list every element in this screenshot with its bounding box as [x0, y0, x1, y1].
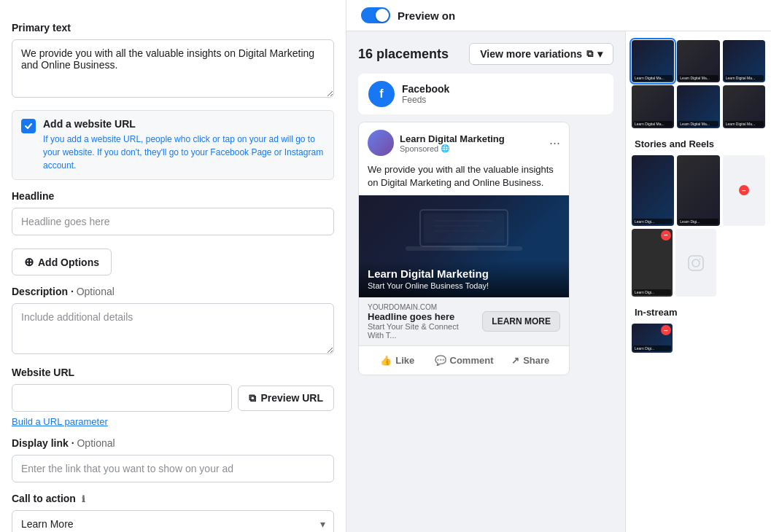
ad-image: Learn Digital Marketing Start Your Onlin… [359, 195, 569, 297]
headline-label: Headline [12, 190, 334, 202]
ad-page-avatar [368, 130, 394, 156]
website-url-label: Website URL [12, 367, 334, 378]
add-options-label: Add Options [38, 257, 99, 268]
like-label: Like [395, 355, 414, 366]
like-button[interactable]: 👍 Like [368, 351, 427, 370]
website-url-checkbox-row[interactable]: Add a website URL If you add a website U… [12, 110, 334, 180]
cta-label: Call to action ℹ [12, 493, 334, 504]
svg-point-9 [700, 258, 701, 259]
display-link-input[interactable] [12, 455, 334, 482]
toggle-knob [376, 9, 389, 22]
comment-button[interactable]: 💬 Comment [430, 351, 498, 370]
website-url-checkbox-desc: If you add a website URL, people who cli… [43, 133, 325, 172]
build-url-link[interactable]: Build a URL parameter [12, 416, 108, 427]
ad-preview-column: 16 placements View more variations ⧉ ▾ f… [346, 31, 625, 532]
thumb-stories-2[interactable]: Learn Digi... [677, 155, 719, 226]
add-options-button[interactable]: ⊕ Add Options [12, 249, 112, 275]
placements-header: 16 placements View more variations ⧉ ▾ [358, 43, 613, 65]
ad-card-header: Learn Digital Marketing Sponsored 🌐 ··· [359, 122, 569, 163]
preview-content: 16 placements View more variations ⧉ ▾ f… [346, 31, 771, 532]
badge-red-icon: − [739, 185, 749, 195]
preview-on-label: Preview on [398, 9, 455, 22]
preview-url-label: Preview URL [260, 392, 323, 404]
comment-label: Comment [450, 355, 494, 366]
headline-input[interactable] [12, 208, 334, 235]
view-more-variations-button[interactable]: View more variations ⧉ ▾ [469, 43, 613, 65]
share-button[interactable]: ↗ Share [500, 351, 560, 370]
thumb-ig-placeholder-1: − [723, 155, 765, 226]
ad-body-text: We provide you with all the valuable ins… [359, 163, 569, 195]
website-url-input[interactable]: yourdomain.com [12, 384, 232, 412]
placements-count: 16 placements [358, 47, 449, 62]
like-icon: 👍 [380, 355, 392, 366]
preview-url-button[interactable]: ⧉ Preview URL [238, 386, 334, 411]
svg-point-8 [692, 259, 700, 267]
left-panel: Primary text We provide you with all the… [0, 0, 346, 532]
badge-red-instream: − [661, 325, 671, 335]
cta-select[interactable]: Learn More Shop Now Sign Up Contact Us G… [12, 510, 334, 532]
plus-circle-icon: ⊕ [24, 255, 34, 269]
thumb-item-4[interactable]: Learn Digital Ma... [632, 85, 674, 128]
thumb-item-2[interactable]: Learn Digital Ma... [677, 40, 719, 82]
checkbox-checked-icon [21, 119, 36, 133]
ad-sponsored-label: Sponsored 🌐 [400, 144, 505, 153]
preview-toggle[interactable] [361, 7, 390, 23]
feeds-thumb-grid-2: Learn Digital Ma... Learn Digital Ma... … [632, 85, 765, 128]
primary-text-input[interactable]: We provide you with all the valuable ins… [12, 39, 334, 98]
description-input[interactable] [12, 303, 334, 354]
preview-header: Preview on [346, 0, 771, 31]
ad-image-title: Learn Digital Marketing [368, 267, 560, 280]
cta-info-icon: ℹ [82, 494, 85, 504]
primary-text-label: Primary text [12, 22, 334, 34]
ad-image-subtitle: Start Your Online Business Today! [368, 281, 560, 290]
in-stream-title: In-stream [632, 307, 765, 318]
thumb-instream-1[interactable]: − Learn Digi... [632, 324, 673, 353]
ad-page-name: Learn Digital Marketing [400, 133, 505, 144]
ad-headline: Headline goes here [368, 311, 476, 322]
ad-description: Start Your Site & Connect With T... [368, 322, 476, 340]
chevron-down-small-icon: ▾ [597, 48, 603, 60]
facebook-avatar: f [368, 81, 395, 107]
ad-learn-more-button[interactable]: LEARN MORE [482, 311, 560, 332]
feeds-thumb-grid-1: Learn Digital Ma... Learn Digital Ma... … [632, 40, 765, 82]
ad-domain: YOURDOMAIN.COM [368, 303, 476, 311]
svg-point-3 [449, 246, 479, 251]
ad-more-options-icon[interactable]: ··· [549, 136, 560, 151]
external-icon: ⧉ [586, 48, 593, 60]
svg-rect-7 [689, 256, 703, 270]
thumb-stories-ig-1[interactable]: − Learn Digi... [632, 229, 673, 297]
ad-card: Learn Digital Marketing Sponsored 🌐 ··· … [358, 122, 570, 375]
website-url-checkbox-label: Add a website URL [43, 118, 325, 130]
globe-icon: 🌐 [441, 144, 449, 152]
right-panel: Preview on 16 placements View more varia… [346, 0, 771, 532]
comment-icon: 💬 [435, 355, 446, 366]
ad-actions-row: 👍 Like 💬 Comment ↗ Share [359, 345, 569, 375]
thumb-item-3[interactable]: Learn Digital Ma... [723, 40, 765, 82]
thumb-item-6[interactable]: Learn Digital Ma... [723, 85, 765, 128]
badge-red-2: − [661, 230, 671, 240]
thumb-stories-1[interactable]: Learn Digi... [632, 155, 674, 226]
ad-cta-row: YOURDOMAIN.COM Headline goes here Start … [359, 297, 569, 345]
stories-reels-title: Stories and Reels [632, 138, 765, 149]
display-link-label: Display link · Optional [12, 437, 334, 449]
fb-sub: Feeds [402, 95, 449, 105]
fb-name: Facebook [402, 83, 449, 95]
share-label: Share [523, 355, 549, 366]
stories-thumb-grid-1: Learn Digi... Learn Digi... − [632, 155, 765, 226]
thumbnails-panel: Learn Digital Ma... Learn Digital Ma... … [625, 31, 771, 532]
view-more-label: View more variations [480, 48, 582, 60]
thumb-item-5[interactable]: Learn Digital Ma... [677, 85, 719, 128]
share-icon: ↗ [511, 355, 519, 366]
description-label: Description · Optional [12, 286, 334, 297]
fb-feeds-section: f Facebook Feeds [358, 74, 613, 114]
svg-rect-1 [424, 214, 504, 243]
instagram-icon [687, 254, 705, 272]
external-link-icon: ⧉ [249, 392, 256, 404]
thumb-item-1[interactable]: Learn Digital Ma... [632, 40, 674, 82]
ig-placeholder-stories [675, 229, 716, 297]
